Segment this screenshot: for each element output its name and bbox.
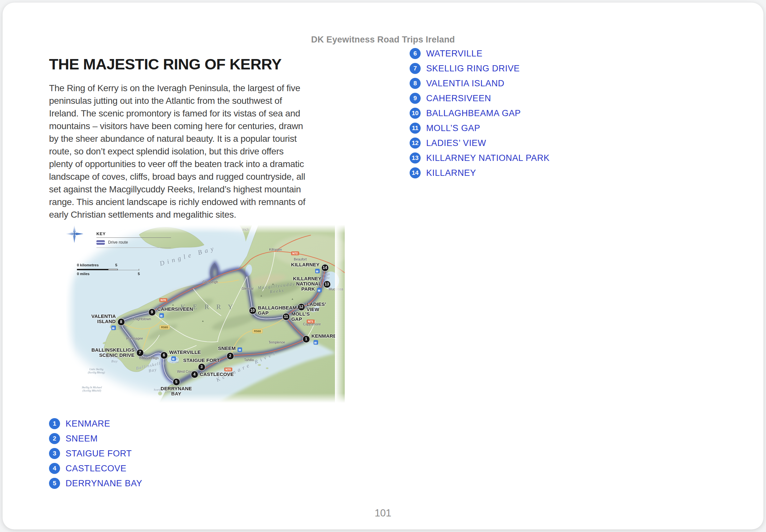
- stops-list-right: 6WATERVILLE7SKELLIG RING DRIVE8VALENTIA …: [410, 48, 550, 182]
- map-marker-label: VALENTIA ISLANDıı: [91, 314, 116, 330]
- map-marker-label: LADIES’ VIEW: [307, 302, 326, 312]
- map-town-label: Tahilla: [244, 358, 254, 362]
- tourist-info-icon: ıı: [171, 357, 176, 361]
- stop-item-kenmare[interactable]: 1KENMARE: [49, 418, 142, 429]
- road-number-badge: R565: [160, 325, 169, 329]
- map-marker-number: 13: [323, 281, 330, 288]
- map-marker-label: KENMAREıı: [311, 333, 336, 345]
- paragraph-line: set against the Macgillycuddy Reeks, Ire…: [49, 183, 373, 196]
- tourist-info-icon: ıı: [313, 340, 318, 345]
- map-sea-label: Lough Leane: [322, 272, 330, 280]
- map-marker-label: BALLINSKELLIGS SCENIC DRIVE: [91, 347, 135, 358]
- map-marker-12[interactable]: 12LADIES’ VIEW: [298, 304, 305, 310]
- paragraph-line: by the sheer abundance of natural beauty…: [49, 132, 373, 145]
- map-marker-6[interactable]: 6WATERVILLEıı: [161, 352, 167, 359]
- stop-item-killarney[interactable]: 14KILLARNEY: [410, 167, 550, 178]
- map-marker-7[interactable]: 7BALLINSKELLIGS SCENIC DRIVE: [137, 349, 143, 356]
- map-marker-5[interactable]: 5DERRYNANE BAY: [173, 379, 180, 385]
- scale-miles-five: 5: [138, 272, 140, 276]
- tourist-info-icon: ıı: [315, 269, 320, 273]
- stop-label: MOLL’S GAP: [426, 123, 480, 133]
- map-marker-2[interactable]: 2SNEEMıı: [227, 353, 234, 359]
- map-marker-14[interactable]: 14KILLARNEYıı: [322, 264, 328, 271]
- stop-label: STAIGUE FORT: [66, 449, 132, 459]
- map-marker-label: KILLARNEY NATIONAL PARKıı: [293, 276, 322, 293]
- stop-item-moll-s-gap[interactable]: 11MOLL’S GAP: [410, 123, 550, 134]
- road-number-badge: N70: [159, 298, 167, 302]
- stop-item-castlecove[interactable]: 4CASTLECOVE: [49, 463, 142, 474]
- stop-item-staigue-fort[interactable]: 3STAIGUE FORT: [49, 448, 142, 459]
- scale-km-five: 5: [115, 263, 117, 267]
- map-marker-3[interactable]: 3STAIGUE FORT: [198, 364, 205, 370]
- tourist-info-icon: ıı: [111, 326, 116, 330]
- stop-item-cahersiveen[interactable]: 9CAHERSIVEEN: [410, 93, 550, 104]
- paragraph-line: The Ring of Kerry is on the Iveragh Peni…: [49, 82, 373, 94]
- map-key: KEY Drive route: [96, 231, 171, 248]
- stop-number-badge: 7: [410, 63, 421, 74]
- map-marker-number: 9: [149, 309, 155, 316]
- map-marker-label: SNEEMıı: [218, 346, 242, 352]
- compass-rose-icon: [65, 225, 83, 243]
- stop-item-skellig-ring-drive[interactable]: 7SKELLIG RING DRIVE: [410, 63, 550, 74]
- stop-number-badge: 6: [410, 48, 421, 59]
- map-town-label: Glencar: [242, 286, 254, 290]
- map-marker-number: 12: [298, 304, 305, 310]
- stop-item-ballaghbeama-gap[interactable]: 10BALLAGHBEAMA GAP: [410, 108, 550, 119]
- paragraph-line: Ireland. The scenic promontory is famed …: [49, 107, 373, 120]
- stop-number-badge: 12: [410, 138, 421, 149]
- paragraph-line: peninsulas jutting out into the Atlantic…: [49, 94, 373, 107]
- page-title: THE MAJESTIC RING OF KERRY: [49, 55, 281, 73]
- map-town-label: Killorglin: [269, 248, 282, 251]
- stop-number-badge: 8: [410, 78, 421, 89]
- map-town-label: Templenoe: [268, 340, 285, 344]
- map-marker-number: 11: [283, 313, 289, 320]
- stop-label: CASTLECOVE: [66, 464, 127, 474]
- map-marker-1[interactable]: 1KENMAREıı: [303, 336, 310, 343]
- map-marker-number: 8: [118, 319, 125, 325]
- map-sea-label: Scariff: [154, 388, 161, 391]
- stop-item-killarney-national-park[interactable]: 13KILLARNEY NATIONAL PARK: [410, 152, 550, 163]
- map-marker-9[interactable]: 9CAHERSIVEENıı: [149, 309, 155, 316]
- map-marker-10[interactable]: 10BALLAGHBEAMA GAP: [249, 307, 256, 314]
- stop-number-badge: 3: [49, 448, 60, 459]
- stop-item-waterville[interactable]: 6WATERVILLE: [410, 48, 550, 59]
- paragraph-line: route, so don’t expect splendid isolatio…: [49, 145, 373, 158]
- stop-item-sneem[interactable]: 2SNEEM: [49, 433, 142, 444]
- map-marker-number: 3: [198, 364, 205, 370]
- mountain-peak-icon: ▲: [291, 297, 294, 300]
- stop-label: SNEEM: [66, 434, 98, 444]
- stop-item-valentia-island[interactable]: 8VALENTIA ISLAND: [410, 78, 550, 89]
- map-marker-4[interactable]: 4CASTLECOVE: [191, 371, 198, 378]
- scale-km-zero: 0 kilometres: [77, 263, 99, 267]
- scale-miles-zero: 0 miles: [77, 272, 90, 276]
- stop-item-derrynane-bay[interactable]: 5DERRYNANE BAY: [49, 478, 142, 489]
- map-marker-13[interactable]: 13KILLARNEY NATIONAL PARKıı: [323, 281, 330, 288]
- paragraph-line: landscape of coves, cliffs, broad bays a…: [49, 170, 373, 183]
- stop-number-badge: 4: [49, 463, 60, 474]
- map-marker-8[interactable]: 8VALENTIA ISLANDıı: [118, 319, 125, 325]
- tourist-info-icon: ıı: [237, 347, 242, 352]
- mountain-peak-icon: ▲: [260, 294, 262, 297]
- map-marker-label: DERRYNANE BAY: [161, 386, 192, 396]
- tourist-info-icon: ıı: [159, 313, 164, 318]
- stop-label: CAHERSIVEEN: [426, 93, 491, 103]
- road-number-badge: N72: [291, 251, 299, 255]
- drive-route-swatch-icon: [96, 240, 105, 245]
- intro-paragraph: The Ring of Kerry is on the Iveragh Peni…: [49, 82, 373, 221]
- stop-label: KENMARE: [66, 419, 110, 429]
- page-card: DK Eyewitness Road Trips Ireland THE MAJ…: [3, 3, 763, 529]
- map-town-label: Knightstown: [132, 317, 151, 321]
- map-marker-label: KILLARNEYıı: [291, 262, 320, 273]
- map-sea-label: Skellig St Michael (Sceilig Mhichíl): [82, 386, 102, 392]
- paragraph-line: mountains – visitors have been coming he…: [49, 120, 373, 132]
- stop-number-badge: 9: [410, 93, 421, 104]
- map-marker-11[interactable]: 11MOLL’S GAP: [283, 313, 289, 320]
- stop-item-ladies-view[interactable]: 12LADIES’ VIEW: [410, 138, 550, 149]
- mountain-peak-icon: ▲: [272, 283, 274, 285]
- map-key-title: KEY: [96, 231, 171, 238]
- map-town-label: Inch: [242, 227, 249, 231]
- map-marker-label: MOLL’S GAP: [291, 311, 310, 322]
- map-marker-number: 4: [191, 371, 198, 378]
- map-town-label: Muckross: [329, 287, 343, 291]
- tourist-info-icon: ıı: [317, 288, 322, 293]
